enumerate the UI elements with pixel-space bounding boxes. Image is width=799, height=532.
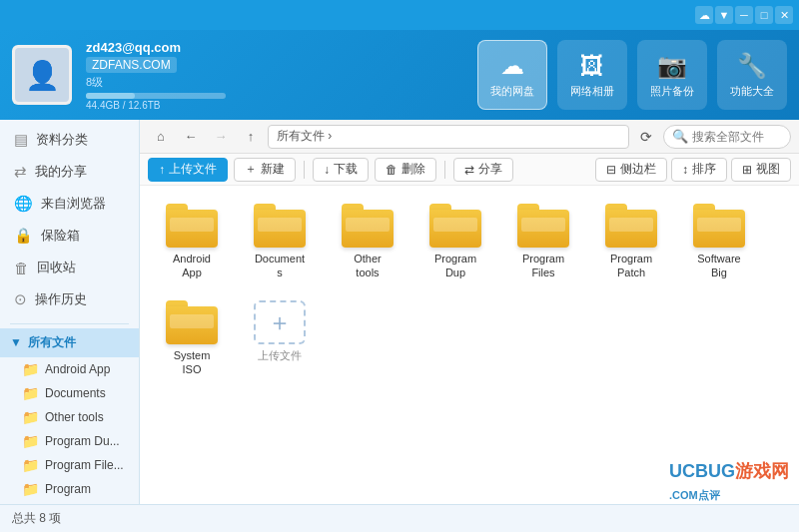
folder-documents [254, 204, 306, 248]
user-level: 8级 [86, 75, 463, 90]
sidebar-item-history[interactable]: ⊙ 操作历史 [0, 283, 139, 315]
sidebar-history-label: 操作历史 [35, 290, 87, 308]
avatar[interactable]: 👤 [12, 45, 72, 105]
folder-body [429, 210, 481, 248]
title-bar: ☁ ▼ ─ □ ✕ [0, 0, 799, 30]
tool-photo-album[interactable]: 🖼 网络相册 [557, 40, 627, 110]
refresh-button[interactable]: ⟳ [633, 125, 659, 149]
back-button[interactable]: ← [178, 125, 204, 149]
folder-icon: 📁 [22, 361, 39, 377]
home-button[interactable]: ⌂ [148, 125, 174, 149]
upload-placeholder-label: 上传文件 [258, 348, 302, 363]
folder-icon: 📁 [22, 409, 39, 425]
browser-icon: 🌐 [14, 195, 33, 213]
tool-photo-backup[interactable]: 📷 照片备份 [637, 40, 707, 110]
file-item-program-files[interactable]: ProgramFiles [503, 198, 583, 286]
tree-all-files[interactable]: ▼ 所有文件 [0, 328, 139, 357]
parent-dir-button[interactable]: ↑ [238, 125, 264, 149]
download-button[interactable]: ↓ 下载 [313, 158, 369, 182]
file-item-software-big[interactable]: SoftwareBig [679, 198, 759, 286]
new-button[interactable]: ＋ 新建 [234, 158, 296, 182]
minimize-button[interactable]: ─ [735, 6, 753, 24]
tree-documents-label: Documents [45, 386, 106, 400]
share-button[interactable]: ⇄ 分享 [453, 158, 513, 182]
sidebar-tree: ▼ 所有文件 📁 Android App 📁 Documents 📁 Other… [0, 328, 139, 504]
tree-program-files-label: Program File... [45, 458, 124, 472]
plus-icon: ＋ [245, 161, 257, 178]
user-email: zd423@qq.com [86, 40, 463, 55]
file-item-other-tools[interactable]: Othertools [328, 198, 407, 286]
folder-software-big [693, 204, 745, 248]
safe-icon: 🔒 [14, 227, 33, 245]
sidebar-trash-label: 回收站 [37, 259, 76, 276]
file-name-android-app: AndroidApp [173, 252, 211, 280]
sidebar-item-browser[interactable]: 🌐 来自浏览器 [0, 188, 139, 220]
tree-item-other-tools[interactable]: 📁 Other tools [0, 405, 139, 429]
delete-button[interactable]: 🗑 删除 [375, 158, 436, 182]
tool-cloud[interactable]: ☁ 我的网盘 [477, 40, 547, 110]
search-icon: 🔍 [672, 129, 688, 144]
search-input[interactable] [692, 130, 782, 144]
delete-label: 删除 [401, 161, 425, 178]
file-item-system-iso[interactable]: SystemISO [152, 294, 232, 383]
tree-item-program[interactable]: 📁 Program [0, 477, 139, 501]
folder-body [517, 210, 569, 248]
file-item-program-patch[interactable]: ProgramPatch [591, 198, 671, 286]
sidebar-toggle-button[interactable]: ⊟ 侧边栏 [595, 158, 667, 182]
file-item-documents[interactable]: Documents [240, 198, 320, 286]
tool-photo-album-label: 网络相册 [570, 84, 614, 99]
cloud-icon: ☁ [500, 52, 524, 80]
restore-button[interactable]: □ [755, 6, 773, 24]
tool-functions-label: 功能大全 [730, 84, 774, 99]
tool-cloud-label: 我的网盘 [490, 84, 534, 99]
close-button[interactable]: ✕ [775, 6, 793, 24]
upload-placeholder[interactable]: ＋ 上传文件 [240, 294, 320, 383]
main-layout: ▤ 资料分类 ⇄ 我的分享 🌐 来自浏览器 🔒 保险箱 🗑 回收站 ⊙ 操作历 [0, 120, 799, 504]
tree-item-android-app[interactable]: 📁 Android App [0, 357, 139, 381]
file-item-program-dup[interactable]: ProgramDup [415, 198, 495, 286]
action-right: ⊟ 侧边栏 ↕ 排序 ⊞ 视图 [595, 158, 791, 182]
history-icon: ⊙ [14, 290, 27, 308]
view-button[interactable]: ⊞ 视图 [731, 158, 791, 182]
plus-upload-icon: ＋ [268, 306, 292, 338]
tree-item-program-dup[interactable]: 📁 Program Du... [0, 429, 139, 453]
nav-toolbar: ⌂ ← → ↑ 所有文件 › ⟳ 🔍 [140, 120, 799, 154]
file-name-documents: Documents [255, 252, 305, 280]
sidebar-item-trash[interactable]: 🗑 回收站 [0, 252, 139, 283]
status-bar: 总共 8 项 [0, 504, 799, 532]
folder-icon: 📁 [22, 457, 39, 473]
download-label: 下载 [334, 161, 358, 178]
folder-body [166, 306, 218, 344]
forward-button[interactable]: → [208, 125, 234, 149]
folder-icon: 📁 [22, 481, 39, 497]
window-icon-1[interactable]: ☁ [695, 6, 713, 24]
tree-item-program-files[interactable]: 📁 Program File... [0, 453, 139, 477]
file-item-android-app[interactable]: AndroidApp [152, 198, 232, 286]
sidebar-item-share[interactable]: ⇄ 我的分享 [0, 156, 139, 188]
app-header: 👤 zd423@qq.com ZDFANS.COM 8级 44.4GB / 12… [0, 30, 799, 120]
breadcrumb[interactable]: 所有文件 › [268, 125, 629, 149]
sidebar-item-category[interactable]: ▤ 资料分类 [0, 124, 139, 156]
file-name-software-big: SoftwareBig [697, 252, 740, 280]
sort-icon: ↕ [682, 163, 688, 177]
sidebar-item-safe[interactable]: 🔒 保险箱 [0, 220, 139, 252]
download-icon: ↓ [324, 163, 330, 177]
folder-shine [433, 218, 477, 232]
view-icon: ⊞ [742, 163, 752, 177]
photo-album-icon: 🖼 [580, 52, 604, 80]
folder-shine [697, 218, 741, 232]
sidebar-share-label: 我的分享 [35, 163, 87, 181]
storage-text: 44.4GB / 12.6TB [86, 100, 463, 111]
storage-info: 44.4GB / 12.6TB [86, 93, 463, 111]
window-icon-2[interactable]: ▼ [715, 6, 733, 24]
file-name-program-files: ProgramFiles [522, 252, 564, 280]
view-label: 视图 [756, 161, 780, 178]
sidebar-icon: ⊟ [606, 163, 616, 177]
tree-item-software-big[interactable]: 📁 Software Big [0, 501, 139, 504]
upload-button[interactable]: ↑ 上传文件 [148, 158, 228, 182]
tool-functions[interactable]: 🔧 功能大全 [717, 40, 787, 110]
new-label: 新建 [261, 161, 285, 178]
tree-item-documents[interactable]: 📁 Documents [0, 381, 139, 405]
folder-shine [521, 218, 565, 232]
sort-button[interactable]: ↕ 排序 [671, 158, 727, 182]
